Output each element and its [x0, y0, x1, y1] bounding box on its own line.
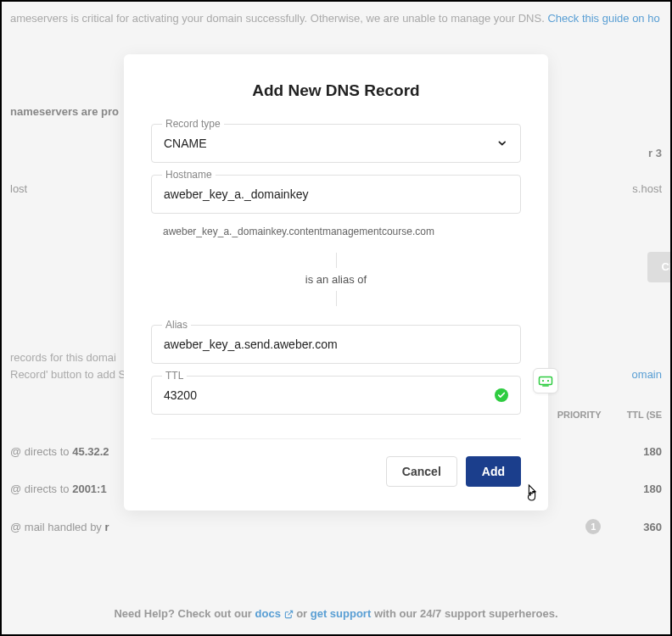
svg-rect-0 [540, 377, 552, 385]
divider-line-top [336, 253, 337, 268]
hostname-input[interactable] [164, 184, 508, 204]
ttl-label: TTL [162, 370, 187, 382]
password-manager-badge[interactable] [533, 368, 558, 393]
cursor-pointer-icon [524, 483, 540, 502]
alias-label: Alias [162, 319, 191, 331]
hostname-helper: aweber_key_a._domainkey.contentmanagemen… [163, 226, 521, 237]
alias-divider: is an alias of [151, 253, 521, 306]
svg-point-2 [547, 380, 549, 382]
hostname-label: Hostname [162, 169, 216, 181]
modal-title: Add New DNS Record [151, 81, 521, 100]
ttl-field[interactable]: TTL [151, 376, 521, 415]
robot-icon [538, 375, 553, 387]
modal-overlay: Add New DNS Record Record type CNAME Hos… [2, 2, 670, 634]
record-type-label: Record type [162, 118, 224, 130]
svg-point-1 [542, 380, 544, 382]
record-type-select[interactable]: Record type CNAME [151, 124, 521, 163]
divider-line-bottom [336, 291, 337, 306]
modal-divider [151, 438, 521, 439]
alias-input[interactable] [164, 334, 508, 354]
chevron-down-icon [496, 137, 508, 149]
modal-actions: Cancel Add [151, 456, 521, 487]
hostname-field[interactable]: Hostname [151, 175, 521, 214]
record-type-value: CNAME [164, 133, 496, 153]
add-button[interactable]: Add [466, 456, 521, 487]
alias-field[interactable]: Alias [151, 325, 521, 364]
ttl-input[interactable] [164, 385, 495, 405]
cancel-button[interactable]: Cancel [386, 456, 457, 487]
add-dns-record-modal: Add New DNS Record Record type CNAME Hos… [124, 54, 548, 510]
ttl-valid-icon [495, 388, 508, 402]
alias-of-text: is an alias of [305, 273, 367, 286]
